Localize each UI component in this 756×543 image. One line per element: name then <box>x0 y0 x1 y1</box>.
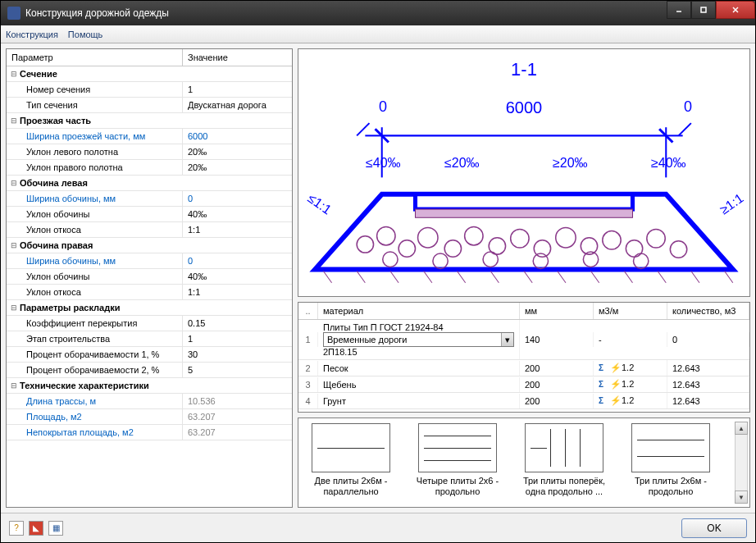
param-row[interactable]: Ширина обочины, мм0 <box>7 253 292 269</box>
ok-button[interactable]: OK <box>681 518 747 538</box>
param-row[interactable]: Площадь, м263.207 <box>7 409 292 425</box>
param-row[interactable]: Процент оборачиваемости 2, %5 <box>7 363 292 378</box>
mm-value[interactable]: 200 <box>520 377 594 392</box>
collapse-icon[interactable]: ⊟ <box>7 240 18 251</box>
param-row[interactable]: Уклон обочины40‰ <box>7 207 292 222</box>
param-group[interactable]: ⊟Параметры раскладки <box>7 300 292 316</box>
menu-help[interactable]: Помощь <box>68 30 103 39</box>
menu-construction[interactable]: Конструкция <box>6 30 58 39</box>
param-value[interactable]: 5 <box>183 363 292 377</box>
templates-scrollbar[interactable]: ▲ ▼ <box>735 422 748 504</box>
material-row-1[interactable]: 1 Плиты Тип П ГОСТ 21924-84 Временные до… <box>298 320 749 360</box>
collapse-icon[interactable]: ⊟ <box>7 302 18 313</box>
param-value[interactable]: 1:1 <box>183 222 292 237</box>
dropdown-value: Временные дороги <box>324 335 501 345</box>
param-group[interactable]: ⊟Обочина левая <box>7 176 292 191</box>
param-value[interactable]: 1 <box>183 82 292 97</box>
scroll-down-icon[interactable]: ▼ <box>735 491 748 504</box>
param-value[interactable]: 0.15 <box>183 316 292 331</box>
materials-header: .. материал мм м3/м количество, м3 <box>298 303 749 320</box>
material-name: Щебень <box>318 377 520 392</box>
param-row[interactable]: Тип сеченияДвускатная дорога <box>7 98 292 113</box>
param-name: Уклон правого полотна <box>7 160 183 175</box>
param-value[interactable]: 1:1 <box>183 285 292 299</box>
param-row[interactable]: Ширина обочины, мм0 <box>7 191 292 207</box>
template-item[interactable]: Три плиты 2х6м - продольно <box>622 423 720 496</box>
param-row[interactable]: Уклон откоса1:1 <box>7 285 292 300</box>
param-group[interactable]: ⊟Сечение <box>7 66 292 82</box>
tool-icon-2[interactable]: ▦ <box>48 521 63 536</box>
param-row[interactable]: Ширина проезжей части, мм6000 <box>7 129 292 144</box>
m3m-value[interactable]: Σ⚡1.2 <box>594 376 667 392</box>
param-value[interactable]: 40‰ <box>183 269 292 284</box>
param-row[interactable]: Коэффициент перекрытия0.15 <box>7 316 292 331</box>
template-item[interactable]: Четыре плиты 2х6 - продольно <box>408 423 507 496</box>
tool-icon-1[interactable]: ◣ <box>29 521 43 536</box>
material-line-bottom: 2П18.15 <box>323 347 514 357</box>
minimize-button[interactable] <box>667 1 691 19</box>
param-row[interactable]: Уклон обочины40‰ <box>7 269 292 285</box>
collapse-icon[interactable]: ⊟ <box>7 115 18 126</box>
param-value[interactable]: 1 <box>183 331 292 346</box>
param-value[interactable]: 20‰ <box>183 144 292 159</box>
mm-value[interactable]: 200 <box>520 394 594 408</box>
param-value[interactable]: 30 <box>183 347 292 362</box>
template-thumb <box>312 423 390 472</box>
param-row[interactable]: Этап строительства1 <box>7 331 292 347</box>
scroll-track[interactable] <box>735 435 748 491</box>
param-name: Процент оборачиваемости 1, % <box>7 347 183 362</box>
param-group[interactable]: ⊟Проезжая часть <box>7 113 292 129</box>
material-row[interactable]: 4Грунт200Σ⚡1.212.643 <box>298 393 749 409</box>
m3m-value[interactable]: Σ⚡1.2 <box>594 393 667 408</box>
param-row[interactable]: Уклон откоса1:1 <box>7 222 292 238</box>
param-row[interactable]: Непокрытая площадь, м263.207 <box>7 425 292 440</box>
mm-value[interactable]: 140 <box>520 332 594 347</box>
m3m-value[interactable]: Σ⚡1.2 <box>594 360 667 376</box>
section-width: 6000 <box>506 98 543 117</box>
material-row[interactable]: 3Щебень200Σ⚡1.212.643 <box>298 376 749 393</box>
template-label: Три плиты поперёк, одна продольно ... <box>515 476 613 496</box>
group-label: Сечение <box>18 66 59 81</box>
param-group[interactable]: ⊟Технические характеристики <box>7 378 292 394</box>
qty-value: 12.643 <box>667 361 749 376</box>
svg-line-38 <box>357 271 365 282</box>
svg-line-47 <box>658 271 666 282</box>
svg-point-20 <box>444 240 461 257</box>
template-item[interactable]: Три плиты поперёк, одна продольно ... <box>515 423 613 496</box>
chevron-down-icon[interactable]: ▾ <box>501 333 513 346</box>
svg-point-17 <box>377 226 395 244</box>
param-row[interactable]: Уклон правого полотна20‰ <box>7 160 292 176</box>
param-body[interactable]: ⊟СечениеНомер сечения1Тип сеченияДвускат… <box>7 66 292 507</box>
material-dropdown[interactable]: Временные дороги ▾ <box>323 332 514 347</box>
collapse-icon[interactable]: ⊟ <box>7 177 18 189</box>
help-icon[interactable]: ? <box>9 521 24 536</box>
param-value[interactable]: 40‰ <box>183 207 292 221</box>
param-value[interactable]: 0 <box>183 253 292 268</box>
mm-value[interactable]: 200 <box>520 361 594 376</box>
scroll-up-icon[interactable]: ▲ <box>735 422 748 435</box>
param-header: Параметр Значение <box>7 49 292 66</box>
param-value[interactable]: 6000 <box>183 129 292 144</box>
svg-point-34 <box>533 253 548 268</box>
material-row[interactable]: 2Песок200Σ⚡1.212.643 <box>298 360 749 376</box>
svg-line-49 <box>725 271 733 282</box>
dim-zero-left: 0 <box>379 98 387 116</box>
maximize-button[interactable] <box>691 1 716 19</box>
param-group[interactable]: ⊟Обочина правая <box>7 238 292 253</box>
param-row[interactable]: Процент оборачиваемости 1, %30 <box>7 347 292 363</box>
svg-point-25 <box>556 227 576 247</box>
param-value[interactable]: Двускатная дорога <box>183 98 292 112</box>
param-value[interactable]: 20‰ <box>183 160 292 175</box>
param-value[interactable]: 63.207 <box>183 425 292 440</box>
svg-point-16 <box>357 236 373 253</box>
close-button[interactable] <box>716 1 755 19</box>
collapse-icon[interactable]: ⊟ <box>7 380 18 391</box>
param-row[interactable]: Номер сечения1 <box>7 82 292 98</box>
template-item[interactable]: Две плиты 2х6м - параллельно <box>302 423 400 496</box>
param-row[interactable]: Длина трассы, м10.536 <box>7 394 292 409</box>
param-value[interactable]: 10.536 <box>183 394 292 408</box>
param-value[interactable]: 0 <box>183 191 292 206</box>
param-row[interactable]: Уклон левого полотна20‰ <box>7 144 292 160</box>
param-value[interactable]: 63.207 <box>183 409 292 424</box>
collapse-icon[interactable]: ⊟ <box>7 68 18 80</box>
